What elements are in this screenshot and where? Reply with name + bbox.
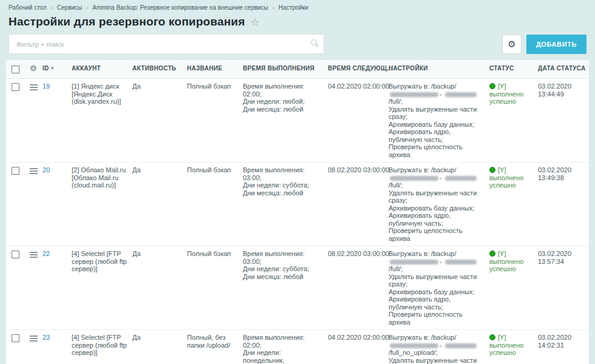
column-header-settings[interactable]: НАСТРОЙКИ — [389, 60, 489, 78]
column-header-name[interactable]: НАЗВАНИЕ — [187, 60, 243, 78]
row-active: Да — [132, 246, 187, 329]
search-icon[interactable] — [311, 39, 317, 46]
redacted-text — [445, 260, 477, 265]
row-name: Полный бэкап — [187, 246, 243, 329]
row-status: [Y] выполнено успешно — [489, 163, 538, 246]
column-header-next-time[interactable]: ВРЕМЯ СЛЕДУЮЩ... — [328, 60, 389, 78]
table-row: 22 [4] Selectel [FTP сервер (любой ftp с… — [6, 246, 589, 330]
row-active: Да — [132, 163, 187, 246]
settings-gear-button[interactable]: ⚙ — [502, 35, 522, 54]
table-body: 19 [1] Яндекс диск [Яндекс.Диск (disk.ya… — [6, 79, 589, 364]
row-settings: Выгружать в: /backup/- /full/; Удалять в… — [389, 246, 489, 329]
redacted-text — [390, 343, 438, 348]
row-next-time: 04.02.2020 02:00:00 — [328, 330, 389, 364]
row-settings: Выгружать в: /backup/- /full/; Удалять в… — [389, 163, 489, 246]
row-menu-icon[interactable] — [30, 252, 38, 326]
gear-icon: ⚙ — [508, 39, 515, 50]
row-exec-schedule: Время выполнения: 03:00; Дни недели: суб… — [243, 163, 328, 246]
table-row: 19 [1] Яндекс диск [Яндекс.Диск (disk.ya… — [6, 79, 589, 163]
redacted-text — [445, 176, 477, 181]
breadcrumb: Рабочий стол › Сервисы › Ammina Backup: … — [8, 4, 586, 11]
row-menu-icon[interactable] — [30, 168, 38, 242]
row-status: [Y] выполнено успешно — [489, 246, 538, 329]
redacted-text — [445, 343, 477, 348]
row-status-date: 03.02.2020 13:49:38 — [538, 163, 589, 246]
row-account: [4] Selectel [FTP сервер (любой ftp серв… — [72, 246, 132, 329]
row-status: [Y] выполнено успешно — [489, 330, 538, 364]
favorite-star-icon[interactable]: ☆ — [251, 16, 259, 28]
row-settings-options: Удалять выгруженные части сразу; Архивир… — [389, 357, 484, 364]
row-status-date: 03.02.2020 13:57:34 — [538, 246, 589, 329]
table-row: 20 [2] Облако Mail.ru [Облако Mail.ru (c… — [6, 163, 589, 246]
row-settings-options: Удалять выгруженные части сразу; Архивир… — [389, 189, 484, 243]
row-checkbox[interactable] — [12, 251, 19, 258]
row-next-time: 08.02.2020 03:00:00 — [328, 246, 389, 329]
row-menu-icon[interactable] — [30, 84, 38, 158]
redacted-text — [390, 176, 438, 181]
redacted-text — [445, 92, 477, 97]
search-input[interactable] — [8, 34, 324, 54]
table-header-row: ⚙ ID^ АККАУНТ АКТИВНОСТЬ НАЗВАНИЕ ВРЕМЯ … — [6, 59, 589, 79]
row-checkbox[interactable] — [12, 167, 19, 175]
page-header: Рабочий стол › Сервисы › Ammina Backup: … — [0, 0, 595, 54]
column-header-active[interactable]: АКТИВНОСТЬ — [132, 60, 187, 78]
breadcrumb-item-ammina-backup[interactable]: Ammina Backup: Резервное копирование на … — [92, 4, 268, 11]
row-id-link[interactable]: 23 — [42, 334, 50, 341]
row-id-link[interactable]: 20 — [42, 166, 50, 174]
row-id-link[interactable]: 19 — [42, 83, 50, 90]
status-dot-icon — [489, 334, 495, 340]
row-checkbox[interactable] — [12, 334, 19, 342]
row-settings-options: Удалять выгруженные части сразу; Архивир… — [389, 106, 484, 159]
column-header-status-date[interactable]: ДАТА СТАТУСА — [538, 60, 589, 78]
row-exec-schedule: Время выполнения: 02:00; Дни недели: пон… — [243, 330, 328, 364]
sort-asc-icon: ^ — [51, 66, 55, 72]
row-account: [4] Selectel [FTP сервер (любой ftp серв… — [72, 330, 132, 364]
row-status-date: 03.02.2020 14:02:31 — [538, 330, 589, 364]
row-settings: Выгружать в: /backup/- /full_no_upload/;… — [389, 330, 489, 364]
breadcrumb-separator: › — [86, 5, 88, 11]
row-account: [2] Облако Mail.ru [Облако Mail.ru (clou… — [72, 163, 132, 246]
select-all-checkbox[interactable] — [12, 66, 19, 73]
row-account: [1] Яндекс диск [Яндекс.Диск (disk.yande… — [72, 79, 132, 162]
table-settings-gear-icon[interactable]: ⚙ — [30, 65, 37, 73]
breadcrumb-item-desktop[interactable]: Рабочий стол — [8, 4, 47, 11]
status-dot-icon — [489, 251, 495, 257]
breadcrumb-item-settings[interactable]: Настройки — [279, 4, 308, 11]
row-active: Да — [132, 330, 187, 364]
status-dot-icon — [489, 83, 495, 89]
records-table: ⚙ ID^ АККАУНТ АКТИВНОСТЬ НАЗВАНИЕ ВРЕМЯ … — [6, 59, 589, 364]
redacted-text — [390, 92, 438, 97]
row-name: Полный, без папки /upload/ — [187, 330, 243, 364]
row-active: Да — [132, 79, 187, 162]
row-next-time: 04.02.2020 02:00:00 — [328, 79, 389, 162]
column-header-exec-time[interactable]: ВРЕМЯ ВЫПОЛНЕНИЯ — [243, 60, 328, 78]
table-row: 23 [4] Selectel [FTP сервер (любой ftp с… — [6, 330, 589, 364]
row-settings-options: Удалять выгруженные части сразу; Архивир… — [389, 273, 484, 326]
column-header-id[interactable]: ID^ — [42, 60, 72, 78]
row-status-date: 03.02.2020 13:44:49 — [538, 79, 589, 162]
row-exec-schedule: Время выполнения: 03:00; Дни недели: суб… — [243, 246, 328, 329]
breadcrumb-separator: › — [273, 5, 274, 11]
page-title: Настройки для резервного копирования — [8, 15, 245, 29]
row-checkbox[interactable] — [12, 83, 19, 91]
row-id-link[interactable]: 22 — [42, 250, 50, 257]
row-next-time: 08.02.2020 03:00:00 — [328, 163, 389, 246]
row-menu-icon[interactable] — [30, 335, 38, 364]
row-exec-schedule: Время выполнения: 02:00; Дни недели: люб… — [243, 79, 328, 162]
column-header-status[interactable]: СТАТУС — [489, 60, 538, 78]
breadcrumb-separator: › — [51, 5, 53, 11]
breadcrumb-item-services[interactable]: Сервисы — [57, 4, 82, 11]
column-header-account[interactable]: АККАУНТ — [72, 60, 132, 78]
row-name: Полный бэкап — [187, 79, 243, 162]
status-dot-icon — [489, 167, 495, 173]
row-name: Полный бэкап — [187, 163, 243, 246]
redacted-text — [390, 260, 438, 265]
row-settings: Выгружать в: /backup/- /full/; Удалять в… — [389, 79, 489, 162]
add-button[interactable]: ДОБАВИТЬ — [526, 35, 586, 54]
row-status: [Y] выполнено успешно — [489, 79, 538, 162]
